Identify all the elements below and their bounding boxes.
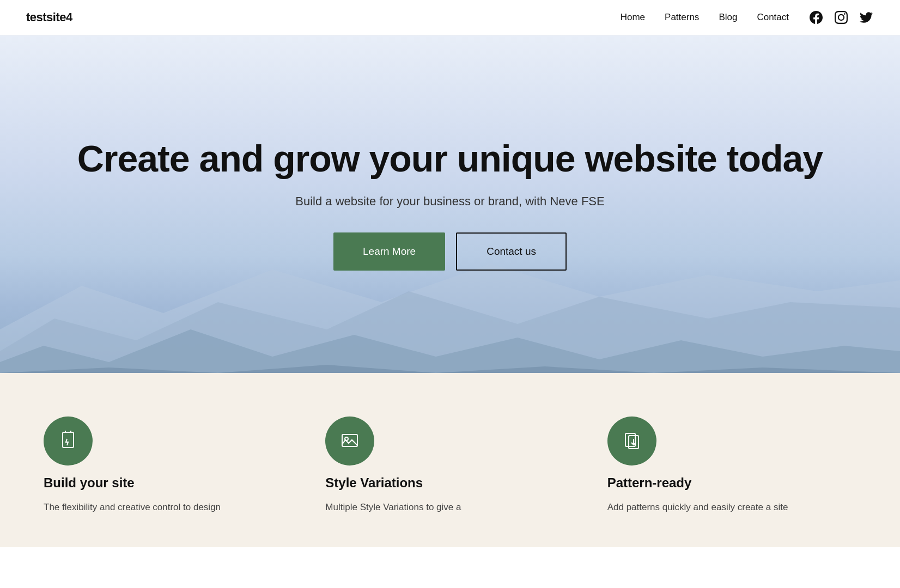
feature-style: Style Variations Multiple Style Variatio…: [325, 416, 574, 514]
feature-pattern-title: Pattern-ready: [607, 475, 856, 491]
learn-more-button[interactable]: Learn More: [333, 232, 445, 271]
feature-style-title: Style Variations: [325, 475, 574, 491]
nav-links: Home Patterns Blog Contact: [621, 12, 789, 23]
feature-build: Build your site The flexibility and crea…: [44, 416, 293, 514]
style-icon-circle: [325, 416, 374, 465]
feature-pattern-desc: Add patterns quickly and easily create a…: [607, 500, 856, 514]
hero-content: Create and grow your unique website toda…: [56, 138, 844, 271]
feature-build-desc: The flexibility and creative control to …: [44, 500, 293, 514]
style-icon: [338, 429, 362, 453]
hero-subtitle: Build a website for your business or bra…: [77, 194, 823, 209]
nav-link-patterns[interactable]: Patterns: [665, 12, 699, 22]
hero-buttons: Learn More Contact us: [77, 232, 823, 271]
site-logo[interactable]: testsite4: [26, 10, 72, 24]
pattern-icon: [620, 429, 644, 453]
twitter-icon[interactable]: [859, 10, 874, 25]
build-icon: [56, 429, 80, 453]
contact-us-button[interactable]: Contact us: [456, 232, 567, 271]
pattern-icon-circle: [607, 416, 656, 465]
feature-build-title: Build your site: [44, 475, 293, 491]
nav-link-blog[interactable]: Blog: [719, 12, 737, 22]
nav-link-home[interactable]: Home: [621, 12, 645, 22]
instagram-icon[interactable]: [834, 10, 849, 25]
feature-style-desc: Multiple Style Variations to give a: [325, 500, 574, 514]
facebook-icon[interactable]: [808, 10, 824, 25]
feature-pattern: Pattern-ready Add patterns quickly and e…: [607, 416, 856, 514]
hero-section: Create and grow your unique website toda…: [0, 35, 900, 373]
build-icon-circle: [44, 416, 93, 465]
nav-link-contact[interactable]: Contact: [757, 12, 789, 22]
features-section: Build your site The flexibility and crea…: [0, 373, 900, 547]
hero-title: Create and grow your unique website toda…: [77, 138, 823, 179]
nav-social: [808, 10, 874, 25]
nav-right: Home Patterns Blog Contact: [621, 10, 874, 25]
svg-rect-4: [63, 432, 74, 448]
navbar: testsite4 Home Patterns Blog Contact: [0, 0, 900, 35]
